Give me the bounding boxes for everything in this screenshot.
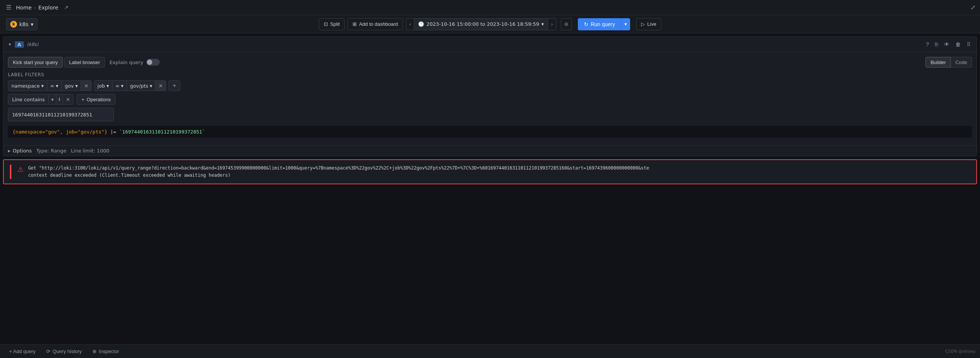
- time-range-label: 2023-10-16 15:00:00 to 2023-10-16 18:59:…: [426, 21, 539, 27]
- operations-label: Operations: [87, 97, 111, 102]
- filter-job-value[interactable]: gov/pts: [127, 80, 156, 91]
- job-chevron: [107, 83, 109, 89]
- options-limit: Line limit: 1000: [71, 148, 109, 153]
- run-dropdown-chevron: [624, 21, 627, 27]
- query-actions: ? ⎘ 👁 🗑 ⠿: [924, 40, 972, 49]
- query-label: A: [15, 42, 24, 48]
- gov-chevron: [75, 83, 78, 89]
- play-icon: ▷: [641, 21, 645, 27]
- filter-job-op[interactable]: =: [113, 80, 127, 91]
- filter-namespace-remove[interactable]: ✕: [81, 80, 92, 91]
- operations-button[interactable]: + Operations: [76, 94, 116, 105]
- error-warning-icon: ⚠: [18, 165, 24, 173]
- share-icon[interactable]: ↗: [64, 5, 68, 10]
- filter-job-remove[interactable]: ✕: [156, 80, 166, 91]
- zoom-out-button[interactable]: ⊖: [561, 18, 572, 30]
- add-filter-button[interactable]: +: [169, 80, 180, 91]
- time-nav: ‹ 🕐 2023-10-16 15:00:00 to 2023-10-16 18…: [406, 18, 556, 30]
- add-query-button[interactable]: + Add query: [5, 346, 40, 357]
- error-accent-bar: [10, 165, 11, 179]
- line-contains-info-icon[interactable]: ℹ: [56, 94, 63, 105]
- collapse-button[interactable]: ▾: [8, 41, 12, 48]
- builder-tab[interactable]: Builder: [926, 57, 950, 67]
- options-toggle[interactable]: ▸ Options: [8, 148, 32, 153]
- govpts-chevron: [150, 83, 153, 89]
- query-more-button[interactable]: ⠿: [965, 40, 972, 49]
- filter-group-job: job = gov/pts ✕: [94, 80, 166, 91]
- line-contains-value[interactable]: Line contains: [8, 94, 49, 105]
- run-query-label: Run query: [591, 21, 615, 27]
- label-filters-row: namespace = gov ✕ job: [8, 80, 972, 91]
- inspector-label: Inspector: [99, 348, 119, 354]
- error-url: Get "http://loki:3100/loki/api/v1/query_…: [28, 165, 649, 171]
- time-range-chevron: [541, 21, 544, 27]
- query-tabs-row: Kick start your query Label browser Expl…: [8, 57, 972, 67]
- line-contains-chevron[interactable]: ▾: [49, 94, 56, 105]
- maximize-icon[interactable]: ⤢: [970, 4, 975, 11]
- error-text: Get "http://loki:3100/loki/api/v1/query_…: [28, 165, 649, 179]
- split-label: Split: [330, 21, 340, 27]
- code-tab[interactable]: Code: [951, 57, 972, 67]
- error-panel: ⚠ Get "http://loki:3100/loki/api/v1/quer…: [3, 159, 977, 184]
- breadcrumb-home[interactable]: Home: [16, 5, 32, 11]
- query-datasource-label: (k8s): [27, 42, 38, 47]
- hamburger-menu[interactable]: ☰: [5, 2, 13, 13]
- operations-plus: +: [81, 97, 84, 102]
- breadcrumb: Home › Explore: [16, 5, 58, 11]
- time-range-picker[interactable]: 🕐 2023-10-16 15:00:00 to 2023-10-16 18:5…: [414, 18, 548, 30]
- query-preview-string: `169744016311011210199372851`: [119, 129, 205, 134]
- filter-namespace-op[interactable]: =: [47, 80, 62, 91]
- builder-code-tabs: Builder Code: [926, 57, 972, 67]
- filter-group-namespace: namespace = gov ✕: [8, 80, 92, 91]
- inspector-button[interactable]: ⊕ Inspector: [88, 346, 123, 357]
- run-query-dropdown-button[interactable]: [621, 18, 630, 30]
- line-contains-select: Line contains ▾ ℹ ✕: [8, 94, 73, 105]
- toolbar-center: ⊡ Split ⊞ Add to dashboard ‹ 🕐 2023-10-1…: [319, 18, 661, 30]
- run-query-button[interactable]: ↻ Run query: [578, 18, 621, 30]
- split-icon: ⊡: [324, 21, 328, 27]
- query-panel-header: ▾ A (k8s) ? ⎘ 👁 🗑 ⠿: [3, 37, 977, 52]
- explain-query-toggle[interactable]: [146, 59, 160, 66]
- refresh-icon: ↻: [584, 21, 589, 27]
- query-help-button[interactable]: ?: [924, 40, 931, 49]
- add-to-dashboard-button[interactable]: ⊞ Add to dashboard: [348, 18, 403, 30]
- datasource-selector[interactable]: k k8s: [6, 18, 38, 30]
- history-icon: ⟳: [46, 348, 50, 354]
- clock-icon: 🕐: [418, 21, 424, 27]
- kick-start-tab[interactable]: Kick start your query: [8, 57, 63, 67]
- query-history-button[interactable]: ⟳ Query history: [41, 346, 86, 357]
- filter-namespace-key[interactable]: namespace: [8, 80, 47, 91]
- query-preview-op: |=: [107, 129, 119, 134]
- filter-job-key[interactable]: job: [94, 80, 112, 91]
- line-filter-input[interactable]: 169744016311011210199372851: [8, 108, 114, 121]
- label-filters-section: Label filters namespace = gov: [8, 72, 972, 91]
- add-query-label: + Add query: [9, 348, 36, 354]
- options-row: ▸ Options Type: Range Line limit: 1000: [3, 145, 977, 156]
- query-preview-selector: {namespace="gov", job="gov/pts"}: [13, 129, 107, 134]
- line-filter-input-row: 169744016311011210199372851: [8, 108, 972, 121]
- live-label: Live: [647, 21, 656, 27]
- inspector-icon: ⊕: [92, 348, 97, 354]
- line-filter-input-value: 169744016311011210199372851: [12, 112, 92, 118]
- query-preview: {namespace="gov", job="gov/pts"} |= `169…: [8, 126, 972, 137]
- ns-op-chevron: [56, 83, 58, 89]
- options-type: Type: Range: [37, 148, 67, 153]
- label-browser-tab[interactable]: Label browser: [64, 57, 105, 67]
- query-editor: Kick start your query Label browser Expl…: [3, 52, 977, 145]
- split-button[interactable]: ⊡ Split: [319, 18, 345, 30]
- query-copy-button[interactable]: ⎘: [934, 40, 939, 49]
- datasource-name: k8s: [19, 21, 29, 27]
- line-contains-close[interactable]: ✕: [63, 94, 73, 105]
- toggle-knob: [147, 59, 152, 65]
- time-prev-button[interactable]: ‹: [406, 18, 414, 30]
- live-button[interactable]: ▷ Live: [636, 18, 661, 30]
- job-op-chevron: [121, 83, 124, 89]
- time-next-button[interactable]: ›: [548, 18, 556, 30]
- breadcrumb-explore[interactable]: Explore: [38, 5, 58, 11]
- filter-namespace-value[interactable]: gov: [62, 80, 81, 91]
- query-delete-button[interactable]: 🗑: [954, 40, 962, 49]
- options-label: Options: [13, 148, 32, 153]
- namespace-chevron: [41, 83, 44, 89]
- k8s-logo: k: [10, 21, 17, 28]
- query-view-button[interactable]: 👁: [942, 40, 951, 49]
